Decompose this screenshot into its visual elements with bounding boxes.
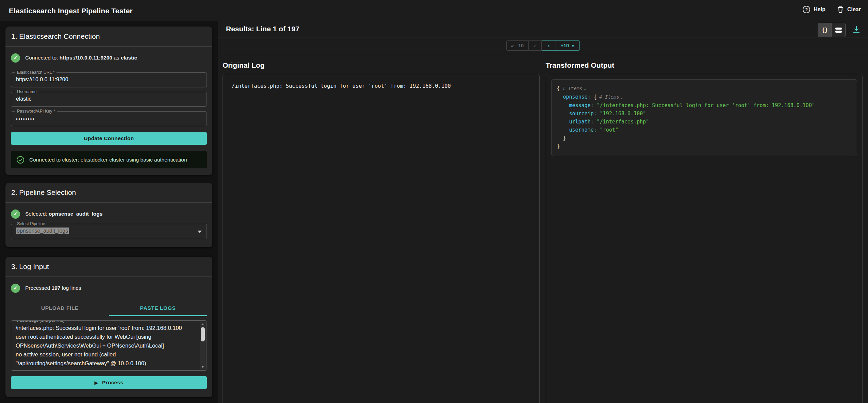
page-back-10-button[interactable]: « -10 [506, 40, 529, 51]
username-field[interactable]: Username elastic [11, 92, 207, 107]
check-circle-outline-icon [16, 156, 24, 164]
log-input-card: 3. Log Input ✓ Processed 197 log lines U… [5, 257, 212, 397]
download-icon [852, 26, 861, 34]
scroll-down-icon[interactable]: ▼ [200, 365, 206, 369]
scroll-up-icon[interactable]: ▲ [200, 322, 206, 326]
pipeline-card-body: ✓ Selected: opnsense_audit_logs Select P… [5, 203, 212, 247]
table-view-toggle[interactable] [832, 23, 845, 37]
password-label: Password/API Key * [15, 109, 57, 114]
log-status-row: ✓ Processed 197 log lines [11, 283, 207, 293]
page-next-button[interactable]: › [542, 40, 556, 51]
username-value: elastic [16, 96, 31, 102]
help-icon: ? [803, 6, 810, 13]
pagination-band: « -10 ‹ › +10 » [218, 37, 868, 54]
connection-card-body: ✓ Connected to: https://10.0.0.11:9200 a… [5, 47, 212, 175]
connection-card-title: 1. Elasticsearch Connection [11, 32, 100, 40]
original-log-column: Original Log /interfaces.php: Successful… [223, 54, 540, 403]
tab-upload-file[interactable]: UPLOAD FILE [11, 300, 109, 316]
check-circle-icon: ✓ [11, 209, 20, 219]
pipeline-status-row: ✓ Selected: opnsense_audit_logs [11, 209, 207, 219]
json-viewer: {1 Items⌄ opnsense: {4 Items⌄ message: "… [551, 79, 857, 156]
connection-success-alert: Connected to cluster: elastdocker-cluste… [11, 151, 207, 168]
log-card-body: ✓ Processed 197 log lines UPLOAD FILE PA… [5, 277, 212, 397]
chevron-left-icon: ‹ [534, 43, 536, 49]
log-line: no active session, user not found (calle… [16, 350, 198, 359]
clear-label: Clear [847, 6, 861, 13]
pipeline-select[interactable]: Select Pipeline opnsense_audit_logs [11, 224, 207, 239]
pagination-group: « -10 ‹ › +10 » [506, 40, 580, 51]
connection-card: 1. Elasticsearch Connection ✓ Connected … [5, 27, 212, 175]
sidebar: 1. Elasticsearch Connection ✓ Connected … [0, 21, 218, 403]
password-field[interactable]: Password/API Key * •••••••• [11, 111, 207, 126]
log-card-title: 3. Log Input [11, 263, 49, 270]
pipeline-card-title: 2. Pipeline Selection [11, 188, 76, 196]
results-title: Results: Line 1 of 197 [226, 25, 299, 33]
connection-card-header: 1. Elasticsearch Connection [5, 27, 212, 47]
connection-alert-text: Connected to cluster: elastdocker-cluste… [29, 157, 187, 163]
pipeline-select-value: opnsense_audit_logs [16, 228, 69, 234]
password-value: •••••••• [16, 116, 35, 122]
update-connection-button[interactable]: Update Connection [11, 132, 207, 145]
log-line: /interfaces.php: Successful login for us… [16, 323, 198, 332]
paste-logs-label: Paste Logs (one per line) [15, 320, 66, 323]
chevron-right-icon: › [548, 43, 550, 49]
json-view-toggle[interactable]: {} [818, 23, 832, 37]
log-status-text: Processed 197 log lines [25, 285, 81, 291]
view-toggle-group: {} [818, 23, 846, 37]
pipeline-card-header: 2. Pipeline Selection [5, 183, 212, 203]
collapse-chevron-icon[interactable]: ⌄ [584, 86, 586, 91]
help-button[interactable]: ? Help [803, 6, 825, 13]
pipeline-select-label: Select Pipeline [15, 221, 47, 226]
clear-button[interactable]: Clear [837, 6, 861, 13]
transformed-output-box: {1 Items⌄ opnsense: {4 Items⌄ message: "… [546, 74, 863, 403]
page-prev-button[interactable]: ‹ [529, 40, 542, 51]
json-object-line: opnsense: {4 Items⌄ [557, 93, 852, 101]
process-button[interactable]: ▶ Process [11, 376, 207, 389]
trash-icon [837, 6, 844, 13]
log-line: OPNsense\Auth\Services\WebGui + OPNsense… [16, 341, 198, 350]
json-field-row: urlpath: "/interfaces.php" [557, 118, 852, 126]
top-bar: Elasticsearch Ingest Pipeline Tester ? H… [0, 0, 868, 21]
pipeline-status-text: Selected: opnsense_audit_logs [25, 211, 102, 217]
download-button[interactable] [852, 26, 861, 34]
collapse-chevron-icon[interactable]: ⌄ [621, 95, 623, 100]
json-field-row: sourceip: "192.168.0.100" [557, 110, 852, 118]
json-close-root: } [557, 142, 852, 150]
json-field-row: message: "/interfaces.php: Successful lo… [557, 101, 852, 110]
scrollbar-thumb[interactable] [201, 327, 205, 341]
double-chevron-left-icon: « [511, 43, 514, 49]
es-url-label: Elasticsearch URL * [15, 70, 56, 75]
paste-logs-textarea[interactable]: Paste Logs (one per line) /interfaces.ph… [11, 320, 207, 371]
transformed-output-column: Transformed Output {1 Items⌄ opnsense: {… [546, 54, 863, 403]
results-content: Original Log /interfaces.php: Successful… [218, 54, 868, 403]
dropdown-arrow-icon[interactable] [198, 231, 202, 233]
log-card-header: 3. Log Input [5, 257, 212, 277]
check-circle-icon: ✓ [11, 284, 20, 293]
original-log-box: /interfaces.php: Successful login for us… [223, 74, 540, 403]
textarea-scrollbar[interactable]: ▲ ▼ [200, 322, 206, 369]
es-url-field[interactable]: Elasticsearch URL * https://10.0.0.11:92… [11, 72, 207, 87]
connection-status-row: ✓ Connected to: https://10.0.0.11:9200 a… [11, 53, 207, 63]
log-line: "/api/routing/settings/searchGateway" @ … [16, 359, 198, 368]
original-log-title: Original Log [223, 61, 540, 69]
braces-icon: {} [822, 27, 828, 33]
results-panel: Results: Line 1 of 197 {} « -10 ‹ › +10 [218, 0, 868, 403]
tab-paste-logs[interactable]: PASTE LOGS [109, 300, 207, 316]
double-chevron-right-icon: » [572, 43, 574, 49]
json-field-row: username: "root" [557, 126, 852, 134]
json-root-line: {1 Items⌄ [557, 84, 852, 93]
json-close-object: } [557, 134, 852, 142]
page-forward-10-button[interactable]: +10 » [556, 40, 580, 51]
es-url-value: https://10.0.0.11:9200 [16, 77, 68, 83]
log-input-tabs: UPLOAD FILE PASTE LOGS [11, 300, 207, 316]
log-line: user root authenticated successfully for… [16, 332, 198, 341]
pipeline-card: 2. Pipeline Selection ✓ Selected: opnsen… [5, 183, 212, 247]
rows-icon [835, 28, 842, 33]
topbar-actions: ? Help Clear [803, 6, 861, 13]
transformed-output-title: Transformed Output [546, 61, 863, 69]
app-title: Elasticsearch Ingest Pipeline Tester [9, 7, 133, 15]
check-circle-icon: ✓ [11, 53, 20, 63]
connection-status-text: Connected to: https://10.0.0.11:9200 as … [25, 55, 137, 61]
help-label: Help [814, 6, 825, 13]
active-tab-indicator [109, 315, 207, 316]
